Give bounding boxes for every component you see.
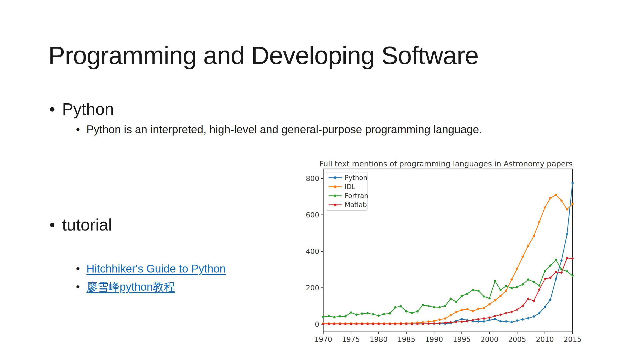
series-marker-IDL bbox=[505, 290, 507, 292]
legend-marker-Fortran bbox=[334, 195, 337, 197]
x-axis-tick-label: 1985 bbox=[397, 335, 415, 344]
x-axis-tick-label: 2010 bbox=[536, 335, 554, 344]
series-marker-Matlab bbox=[361, 323, 363, 325]
series-marker-IDL bbox=[450, 314, 452, 316]
series-marker-Fortran bbox=[433, 306, 435, 308]
series-marker-Python bbox=[566, 233, 568, 236]
series-marker-Fortran bbox=[339, 315, 341, 318]
series-marker-Fortran bbox=[521, 283, 524, 286]
x-axis-tick-label: 1990 bbox=[425, 335, 443, 344]
series-line-IDL bbox=[323, 195, 573, 324]
series-marker-Fortran bbox=[549, 264, 551, 267]
series-marker-IDL bbox=[572, 203, 574, 205]
presentation-slide: Programming and Developing Software • Py… bbox=[0, 0, 644, 362]
series-marker-IDL bbox=[477, 307, 479, 310]
series-marker-Python bbox=[521, 318, 524, 321]
series-marker-IDL bbox=[427, 321, 430, 323]
series-marker-Matlab bbox=[466, 320, 468, 322]
series-marker-Fortran bbox=[527, 278, 529, 281]
series-marker-Fortran bbox=[322, 316, 325, 318]
series-marker-Matlab bbox=[328, 323, 330, 325]
bullet-marker: • bbox=[49, 100, 55, 119]
legend-label-Python: Python bbox=[345, 174, 367, 182]
series-marker-Matlab bbox=[566, 257, 568, 259]
series-marker-Fortran bbox=[444, 305, 446, 307]
series-marker-Fortran bbox=[572, 275, 574, 277]
series-marker-Fortran bbox=[477, 290, 479, 292]
series-marker-Matlab bbox=[560, 272, 562, 274]
series-marker-IDL bbox=[499, 295, 502, 297]
series-marker-Fortran bbox=[416, 310, 419, 312]
series-marker-Matlab bbox=[549, 277, 551, 279]
series-marker-Fortran bbox=[411, 312, 413, 314]
series-marker-IDL bbox=[538, 221, 540, 223]
series-marker-Matlab bbox=[477, 318, 479, 320]
series-marker-Matlab bbox=[510, 311, 513, 313]
astronomy-languages-chart: Full text mentions of programming langua… bbox=[304, 158, 596, 354]
y-axis-tick-label: 800 bbox=[306, 174, 319, 183]
list-item: • Hitchhiker's Guide to Python bbox=[76, 262, 226, 275]
bullet-item-python-description: • Python is an interpreted, high-level a… bbox=[76, 123, 482, 136]
x-axis-tick-label: 1970 bbox=[314, 335, 332, 344]
series-marker-Matlab bbox=[488, 316, 491, 319]
series-marker-Python bbox=[560, 259, 562, 262]
series-marker-Matlab bbox=[455, 321, 457, 323]
y-axis-tick-label: 400 bbox=[306, 247, 319, 256]
series-marker-IDL bbox=[555, 194, 557, 196]
series-marker-Python bbox=[461, 318, 463, 320]
x-axis-tick-label: 2005 bbox=[508, 335, 526, 344]
series-marker-Matlab bbox=[339, 323, 341, 325]
series-marker-Fortran bbox=[405, 310, 408, 312]
legend-marker-Matlab bbox=[334, 204, 337, 206]
series-marker-Fortran bbox=[510, 287, 513, 289]
series-marker-Fortran bbox=[494, 280, 496, 282]
series-marker-Fortran bbox=[378, 314, 380, 317]
series-marker-Fortran bbox=[499, 289, 502, 291]
series-marker-Python bbox=[494, 318, 496, 320]
series-marker-Python bbox=[516, 320, 518, 322]
series-marker-IDL bbox=[521, 256, 524, 258]
series-line-Fortran bbox=[323, 260, 573, 317]
slide-title: Programming and Developing Software bbox=[48, 42, 478, 69]
series-marker-Matlab bbox=[322, 323, 325, 325]
series-marker-Fortran bbox=[472, 289, 474, 291]
series-marker-Matlab bbox=[505, 312, 507, 314]
chart-svg: Full text mentions of programming langua… bbox=[304, 158, 596, 354]
series-marker-IDL bbox=[560, 200, 562, 202]
series-marker-Fortran bbox=[389, 312, 391, 314]
bullet-marker: • bbox=[76, 262, 80, 275]
series-marker-Fortran bbox=[350, 311, 352, 314]
series-marker-Fortran bbox=[422, 304, 424, 306]
chart-title: Full text mentions of programming langua… bbox=[319, 159, 573, 168]
x-axis-tick-label: 2015 bbox=[564, 335, 581, 344]
series-marker-IDL bbox=[527, 245, 529, 247]
series-marker-Matlab bbox=[544, 278, 546, 280]
series-marker-Fortran bbox=[544, 270, 546, 272]
series-marker-IDL bbox=[494, 299, 496, 301]
series-marker-Matlab bbox=[383, 323, 385, 325]
series-marker-Matlab bbox=[411, 323, 413, 325]
link-hitchhikers-guide-to-python[interactable]: Hitchhiker's Guide to Python bbox=[86, 262, 226, 275]
legend-marker-Python bbox=[334, 176, 337, 179]
series-marker-IDL bbox=[544, 206, 546, 209]
series-marker-Matlab bbox=[333, 323, 336, 325]
bullet-python-label: Python bbox=[62, 100, 114, 119]
bullet-item-python: • Python bbox=[49, 100, 114, 119]
series-marker-IDL bbox=[566, 208, 568, 210]
series-marker-Fortran bbox=[438, 306, 441, 308]
series-marker-IDL bbox=[433, 320, 435, 322]
bullet-marker: • bbox=[76, 123, 80, 136]
y-axis-tick-label: 200 bbox=[306, 284, 319, 292]
series-marker-Fortran bbox=[533, 281, 535, 283]
series-marker-Fortran bbox=[566, 270, 568, 273]
link-liaoxuefeng-python-tutorial[interactable]: 廖雪峰python教程 bbox=[86, 280, 175, 294]
series-marker-Python bbox=[555, 278, 557, 280]
series-marker-Fortran bbox=[466, 293, 468, 295]
series-marker-Matlab bbox=[416, 323, 419, 325]
list-item: • 廖雪峰python教程 bbox=[76, 280, 226, 294]
tutorial-link-list: • Hitchhiker's Guide to Python • 廖雪峰pyth… bbox=[76, 262, 226, 299]
series-marker-IDL bbox=[438, 319, 441, 321]
series-marker-IDL bbox=[461, 309, 463, 311]
series-marker-Fortran bbox=[344, 315, 347, 318]
series-marker-Fortran bbox=[488, 297, 491, 299]
